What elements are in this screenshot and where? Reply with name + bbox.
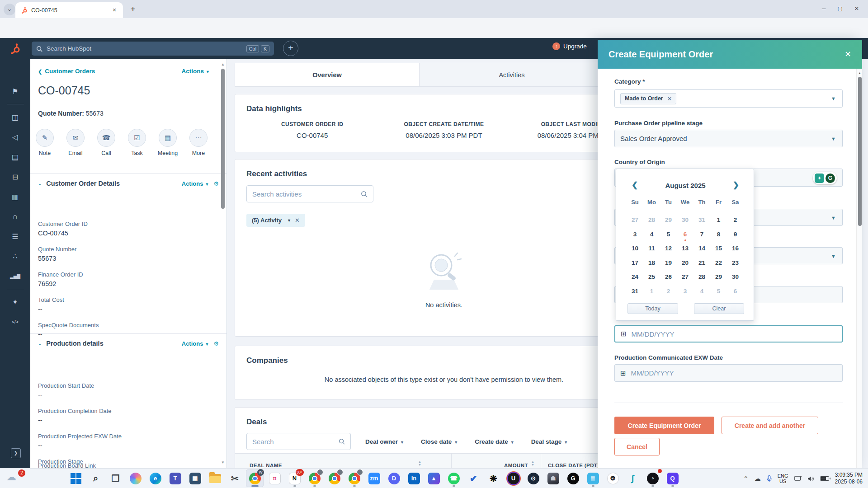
taskbar-icue[interactable]: U	[505, 469, 522, 487]
calendar-day[interactable]: 28	[643, 214, 660, 229]
language-indicator[interactable]: ENG US	[778, 473, 788, 484]
calendar-day[interactable]: 12	[660, 243, 677, 257]
taskbar-copilot[interactable]	[127, 469, 144, 487]
taskbar-chrome-profile-3[interactable]	[345, 469, 363, 487]
taskbar-steam[interactable]: ⊙	[524, 469, 542, 487]
taskbar-game-app[interactable]: ☗	[544, 469, 562, 487]
taskbar-weather-widget[interactable]: ☁ 2	[6, 471, 26, 486]
taskbar-chrome-profile-1[interactable]	[306, 469, 323, 487]
sidebar-item-developer[interactable]: </>	[0, 312, 30, 332]
cancel-button[interactable]: Cancel	[614, 438, 660, 455]
calendar-day[interactable]: 5	[660, 229, 677, 243]
calendar-day[interactable]: 13	[677, 243, 693, 257]
calendar-day[interactable]: 30	[727, 271, 744, 286]
close-icon[interactable]: ✕	[844, 49, 851, 59]
deals-filter-deal-owner[interactable]: Deal owner▼	[365, 438, 404, 445]
chevron-down-icon[interactable]: ▼	[831, 253, 836, 259]
calendar-day[interactable]: 2	[727, 214, 744, 229]
calendar-day[interactable]: 23	[727, 257, 744, 272]
gear-icon[interactable]: ⚙	[213, 340, 219, 347]
sidebar-item-crm[interactable]: ◫	[0, 107, 30, 127]
calendar-day-today[interactable]: 6	[677, 229, 693, 243]
expand-rail-button[interactable]: ❯	[11, 448, 21, 458]
tray-chevron-up-icon[interactable]: ⌃	[743, 475, 749, 482]
taskbar-chrome-profile-2[interactable]	[326, 469, 343, 487]
calendar-day[interactable]: 29	[660, 214, 677, 229]
calendar-day[interactable]: 11	[643, 243, 660, 257]
column-amount[interactable]: AMOUNT	[504, 463, 528, 468]
calendar-day[interactable]: 17	[627, 257, 643, 272]
calendar-day[interactable]: 16	[727, 243, 744, 257]
create-equipment-order-button[interactable]: Create Equipment Order	[614, 417, 714, 434]
collapse-icon[interactable]: ⌄	[38, 341, 42, 347]
chevron-down-icon[interactable]: ▼	[831, 215, 836, 221]
calendar-day[interactable]: 15	[710, 243, 727, 257]
gear-icon[interactable]: ⚙	[213, 180, 219, 187]
calendar-day[interactable]: 4	[693, 286, 710, 300]
window-minimize-button[interactable]: ─	[822, 5, 826, 12]
calendar-day[interactable]: 27	[627, 214, 643, 229]
calendar-day[interactable]: 31	[627, 286, 643, 300]
taskbar-logitech-ghub[interactable]: G	[564, 469, 582, 487]
collapse-icon[interactable]: ⌄	[38, 181, 42, 187]
calendar-day[interactable]: 20	[677, 257, 693, 272]
create-button[interactable]: +	[283, 41, 298, 56]
tab-activities[interactable]: Activities	[420, 63, 604, 86]
scrollbar-thumb[interactable]	[221, 69, 225, 209]
sidebar-item-service[interactable]: ∩	[0, 206, 30, 226]
grammarly-icon[interactable]: G	[826, 174, 835, 183]
production-exw-date-input[interactable]: ⊞ MM/DD/YYYY	[614, 325, 843, 343]
calendar-day[interactable]: 8	[710, 229, 727, 243]
calendar-day[interactable]: 6	[727, 286, 744, 300]
hubspot-search-input[interactable]: Search HubSpot Ctrl K	[32, 42, 274, 56]
microphone-icon[interactable]	[767, 475, 772, 482]
taskbar-linkedin[interactable]: in	[405, 469, 423, 487]
volume-icon[interactable]	[807, 476, 814, 482]
sidebar-item-data[interactable]: ☰	[0, 226, 30, 246]
taskbar-chatgpt[interactable]: ❋	[485, 469, 502, 487]
scroll-up-icon[interactable]: ▲	[858, 71, 861, 75]
tab-search-button[interactable]: ⌄	[4, 4, 15, 15]
category-multiselect[interactable]: Made to Order ✕ ▼	[614, 89, 843, 108]
chevron-down-icon[interactable]: ▼	[831, 96, 836, 101]
scroll-up-icon[interactable]: ▲	[221, 62, 225, 66]
window-maximize-button[interactable]: ▢	[838, 5, 843, 12]
record-actions-button[interactable]: Actions▼	[182, 68, 210, 75]
taskbar-start[interactable]	[67, 469, 85, 487]
taskbar-task-view[interactable]: ❐	[107, 469, 124, 487]
quick-action-meeting[interactable]: ▦Meeting	[158, 129, 178, 156]
create-and-add-another-button[interactable]: Create and add another	[722, 417, 818, 434]
calendar-day[interactable]: 31	[693, 214, 710, 229]
pipeline-stage-select[interactable]: Sales Order Approved ▼	[614, 130, 843, 147]
taskbar-notepad[interactable]: ≣	[584, 469, 602, 487]
calendar-day[interactable]: 27	[677, 271, 693, 286]
calendar-day[interactable]: 14	[693, 243, 710, 257]
browser-tab[interactable]: CO-00745 ✕	[15, 2, 123, 18]
deals-filter-create-date[interactable]: Create date▼	[475, 438, 514, 445]
quick-action-task[interactable]: ☑Task	[127, 129, 147, 156]
calendar-day[interactable]: 1	[643, 286, 660, 300]
hubspot-logo-icon[interactable]	[0, 43, 30, 56]
calendar-day[interactable]: 25	[643, 271, 660, 286]
taskbar-discord[interactable]: D	[385, 469, 403, 487]
taskbar-steelseries[interactable]: ❂	[604, 469, 622, 487]
remove-tag-icon[interactable]: ✕	[667, 95, 672, 102]
taskbar-teams[interactable]: T	[166, 469, 184, 487]
taskbar-snipping-tool[interactable]: ✂	[226, 469, 244, 487]
panel-scrollbar[interactable]: ▲	[856, 69, 862, 468]
taskbar-slack[interactable]: ⌗	[266, 469, 283, 487]
deals-filter-deal-stage[interactable]: Deal stage▼	[531, 438, 568, 445]
calendar-day[interactable]: 18	[643, 257, 660, 272]
chevron-down-icon[interactable]: ▼	[831, 136, 836, 141]
sidebar-item-sales[interactable]: ⊟	[0, 167, 30, 187]
sidebar-item-marketing[interactable]: ◁	[0, 127, 30, 147]
today-button[interactable]: Today	[627, 303, 678, 314]
column-close-date[interactable]: CLOSE DATE (PDT)	[548, 463, 599, 468]
sort-icons[interactable]: ▲▼	[531, 460, 534, 466]
calendar-day[interactable]: 5	[710, 286, 727, 300]
taskbar-zoom[interactable]: zm	[365, 469, 383, 487]
taskbar-whatsapp[interactable]: ☎	[445, 469, 462, 487]
taskbar-search[interactable]: ⌕	[87, 469, 104, 487]
calendar-day[interactable]: 4	[643, 229, 660, 243]
taskbar-calculator[interactable]: ▦	[186, 469, 204, 487]
